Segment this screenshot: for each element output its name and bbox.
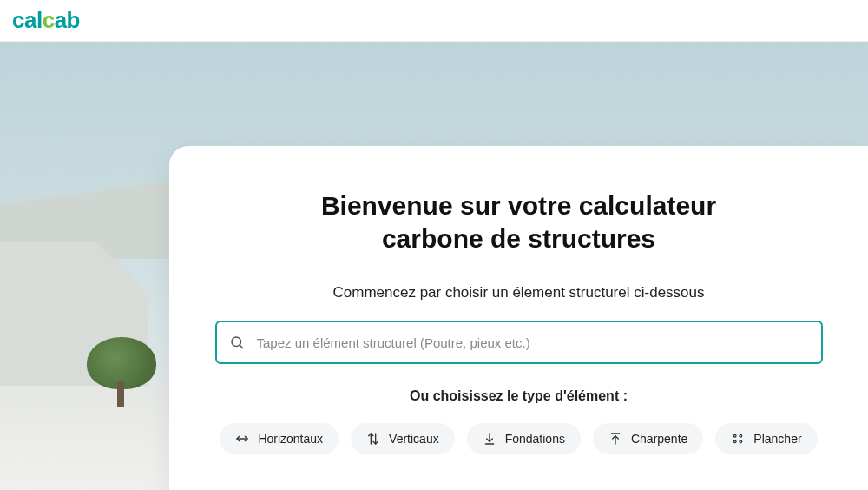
page-subtitle: Commencez par choisir un élement structu… bbox=[332, 284, 704, 301]
svg-point-10 bbox=[740, 434, 742, 437]
chip-label: Fondations bbox=[505, 432, 565, 446]
bg-tree bbox=[82, 337, 161, 415]
brand-logo[interactable]: calcab bbox=[12, 7, 80, 34]
chip-plancher[interactable]: Plancher bbox=[715, 423, 817, 454]
brand-part2: c bbox=[43, 7, 55, 34]
chip-label: Verticaux bbox=[389, 432, 439, 446]
search-box[interactable] bbox=[215, 321, 823, 364]
header: calcab bbox=[0, 0, 868, 42]
brand-part1: cal bbox=[12, 7, 43, 34]
svg-point-12 bbox=[740, 440, 742, 443]
arrow-up-bar-icon bbox=[608, 432, 622, 446]
svg-point-11 bbox=[734, 440, 737, 443]
main-card: Bienvenue sur votre calculateur carbone … bbox=[169, 146, 868, 490]
arrows-vertical-icon bbox=[366, 432, 380, 446]
svg-point-9 bbox=[734, 434, 737, 437]
arrows-horizontal-icon bbox=[235, 432, 249, 446]
arrow-down-bar-icon bbox=[483, 432, 496, 446]
category-chips: Horizontaux Verticaux Fondations bbox=[220, 423, 817, 454]
title-line: carbone de structures bbox=[382, 224, 655, 253]
or-label: Ou choisissez le type d'élément : bbox=[410, 388, 628, 404]
grid-dots-icon bbox=[731, 432, 745, 446]
chip-fondations[interactable]: Fondations bbox=[467, 423, 581, 454]
chip-label: Horizontaux bbox=[258, 432, 323, 446]
svg-line-1 bbox=[240, 345, 242, 348]
chip-verticaux[interactable]: Verticaux bbox=[351, 423, 455, 454]
chip-label: Plancher bbox=[753, 432, 801, 446]
search-input[interactable] bbox=[257, 335, 809, 350]
chip-horizontaux[interactable]: Horizontaux bbox=[220, 423, 339, 454]
page-title: Bienvenue sur votre calculateur carbone … bbox=[321, 189, 716, 255]
title-line: Bienvenue sur votre calculateur bbox=[321, 191, 716, 220]
brand-part3: ab bbox=[55, 7, 80, 34]
hero-background: Bienvenue sur votre calculateur carbone … bbox=[0, 42, 868, 490]
chip-label: Charpente bbox=[631, 432, 687, 446]
search-icon bbox=[229, 334, 245, 350]
chip-charpente[interactable]: Charpente bbox=[593, 423, 703, 454]
svg-point-0 bbox=[232, 337, 241, 347]
